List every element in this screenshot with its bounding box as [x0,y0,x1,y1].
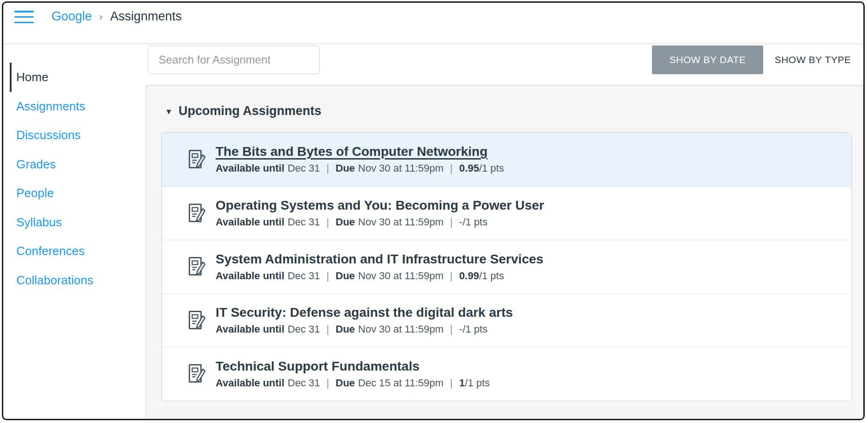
meta-separator: | [450,377,453,389]
available-until-date: Dec 31 [287,323,320,335]
show-by-type-button[interactable]: SHOW BY TYPE [766,45,860,74]
score-suffix: /1 pts [479,270,504,282]
breadcrumb: Google › Assignments [51,9,182,24]
meta-separator: | [450,162,453,174]
collapse-arrow-icon: ▾ [166,107,171,116]
assignment-title-link[interactable]: Technical Support Fundamentals [216,359,420,374]
due-date: Nov 30 at 11:59pm [358,162,443,174]
breadcrumb-course-link[interactable]: Google [51,9,92,24]
assignment-row[interactable]: System Administration and IT Infrastruct… [162,240,851,294]
course-nav: Home Assignments Discussions Grades Peop… [3,63,142,295]
sidebar-item-conferences[interactable]: Conferences [10,237,142,266]
points: 0.95/1 pts [459,162,504,174]
meta-separator: | [326,377,329,389]
upcoming-assignments-toggle[interactable]: ▾ Upcoming Assignments [146,85,863,118]
score-value: - [459,323,462,335]
assignment-row[interactable]: Technical Support Fundamentals Available… [162,347,851,401]
assignment-title-link[interactable]: System Administration and IT Infrastruct… [216,252,543,267]
assignment-meta: Available until Dec 31 | Due Nov 30 at 1… [216,270,543,282]
assignment-row[interactable]: Operating Systems and You: Becoming a Po… [162,186,851,240]
meta-separator: | [450,270,453,282]
available-until-date: Dec 31 [287,162,320,174]
main-area: Home Assignments Discussions Grades Peop… [3,44,863,418]
meta-separator: | [450,323,453,335]
points: -/1 pts [459,323,487,335]
sidebar-item-assignments[interactable]: Assignments [10,92,142,121]
due-date: Nov 30 at 11:59pm [358,323,443,335]
assignment-icon [186,256,207,277]
available-until-label: Available until [216,270,284,282]
available-until-date: Dec 31 [287,216,320,228]
available-until-label: Available until [216,377,284,389]
assignment-meta: Available until Dec 31 | Due Dec 15 at 1… [216,377,490,389]
assignment-icon [186,149,207,170]
sidebar-item-label: Conferences [16,244,84,258]
due-label: Due [336,323,355,335]
sidebar-item-discussions[interactable]: Discussions [10,121,142,150]
due-label: Due [336,216,355,228]
due-date: Nov 30 at 11:59pm [358,216,443,228]
due-label: Due [336,377,355,389]
sidebar-item-collaborations[interactable]: Collaborations [10,266,142,295]
sidebar-item-people[interactable]: People [10,179,142,208]
assignment-title-link[interactable]: Operating Systems and You: Becoming a Po… [216,198,544,213]
points: -/1 pts [459,216,487,228]
breadcrumb-page-label: Assignments [110,9,182,24]
sidebar-item-home[interactable]: Home [10,63,142,92]
app-window: Google › Assignments Home Assignments Di… [2,1,865,420]
sidebar-item-grades[interactable]: Grades [10,150,142,179]
available-until-label: Available until [216,162,284,174]
meta-separator: | [326,162,329,174]
meta-separator: | [326,323,329,335]
breadcrumb-separator-icon: › [99,11,102,23]
sidebar-item-label: Home [16,70,48,84]
assignment-title-link[interactable]: IT Security: Defense against the digital… [216,305,513,320]
due-date: Nov 30 at 11:59pm [358,270,443,282]
sidebar-item-label: Grades [16,157,56,171]
search-input[interactable] [148,45,319,74]
sidebar-item-syllabus[interactable]: Syllabus [10,208,142,237]
assignment-title-link[interactable]: The Bits and Bytes of Computer Networkin… [216,144,488,159]
meta-separator: | [326,216,329,228]
due-label: Due [336,162,355,174]
sidebar-item-label: Assignments [16,99,85,113]
assignment-list: The Bits and Bytes of Computer Networkin… [161,132,852,401]
score-value: 0.99 [459,270,479,282]
score-value: - [459,216,462,228]
score-suffix: /1 pts [463,323,488,335]
score-suffix: /1 pts [465,377,490,389]
points: 1/1 pts [459,377,490,389]
assignment-row[interactable]: The Bits and Bytes of Computer Networkin… [162,133,851,186]
available-until-label: Available until [216,323,284,335]
assignments-panel: ▾ Upcoming Assignments The Bits and Byte… [146,85,863,420]
available-until-date: Dec 31 [287,270,320,282]
score-value: 0.95 [459,162,479,174]
points: 0.99/1 pts [459,270,504,282]
group-title: Upcoming Assignments [179,104,321,118]
assignment-meta: Available until Dec 31 | Due Nov 30 at 1… [216,323,513,335]
due-date: Dec 15 at 11:59pm [358,377,443,389]
meta-separator: | [450,216,453,228]
meta-separator: | [326,270,329,282]
assignment-meta: Available until Dec 31 | Due Nov 30 at 1… [216,162,504,174]
assignment-icon [186,310,207,331]
assignment-meta: Available until Dec 31 | Due Nov 30 at 1… [216,216,544,228]
hamburger-menu-icon[interactable] [14,11,34,23]
available-until-date: Dec 31 [287,377,320,389]
sidebar-item-label: People [16,186,54,200]
available-until-label: Available until [216,216,284,228]
score-suffix: /1 pts [463,216,488,228]
score-suffix: /1 pts [479,162,504,174]
global-header: Google › Assignments [3,3,863,44]
score-value: 1 [459,377,465,389]
assignment-icon [186,203,207,224]
assignment-icon [186,363,207,385]
sidebar-item-label: Syllabus [16,215,62,229]
show-by-date-button[interactable]: SHOW BY DATE [652,45,763,74]
sidebar-item-label: Discussions [16,128,81,142]
due-label: Due [336,270,355,282]
assignment-row[interactable]: IT Security: Defense against the digital… [162,294,851,347]
sidebar-item-label: Collaborations [16,273,93,287]
